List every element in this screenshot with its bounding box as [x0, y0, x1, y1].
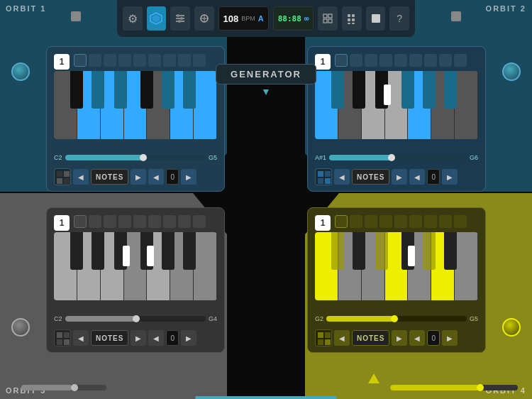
steps-tl	[74, 54, 217, 67]
svg-rect-35	[325, 332, 331, 338]
svg-rect-25	[64, 178, 70, 184]
prev2-btn-br[interactable]: ◀	[409, 330, 425, 346]
svg-rect-20	[352, 23, 355, 24]
svg-rect-22	[57, 171, 62, 177]
next2-btn-tl[interactable]: ▶	[181, 169, 196, 185]
range-low-tl: C2	[54, 154, 62, 161]
next-btn-tl[interactable]: ▶	[131, 169, 146, 185]
notes-btn-bl[interactable]: NOTES	[91, 330, 128, 346]
bottom-slider-right[interactable]	[390, 385, 518, 390]
next-btn-br[interactable]: ▶	[392, 330, 407, 346]
val-tr: 0	[427, 169, 440, 185]
svg-rect-29	[325, 178, 331, 184]
controls-tl: ◀ NOTES ▶ ◀ 0 ▶	[54, 168, 217, 185]
grid-button[interactable]	[318, 6, 338, 31]
mixer-button[interactable]	[170, 6, 190, 31]
svg-rect-11	[323, 14, 327, 18]
svg-marker-1	[153, 15, 160, 22]
svg-rect-15	[348, 14, 350, 17]
orbit-label-tl: ORBIT 1	[6, 4, 46, 13]
keyboard-tl[interactable]	[54, 71, 217, 139]
range-low-tr: A#1	[315, 154, 326, 161]
slider-br[interactable]: G2 G5	[315, 311, 478, 327]
svg-rect-24	[57, 178, 62, 184]
right-knob-top[interactable]	[502, 62, 521, 81]
notes-btn-tr[interactable]: NOTES	[352, 169, 389, 185]
left-knob-bot[interactable]	[11, 318, 30, 337]
prev-btn-br[interactable]: ◀	[334, 330, 350, 346]
val-tl: 0	[166, 169, 179, 185]
svg-rect-12	[328, 14, 332, 18]
prev2-btn-tl[interactable]: ◀	[148, 169, 164, 185]
svg-rect-18	[352, 18, 355, 21]
svg-rect-36	[318, 339, 323, 345]
svg-rect-26	[318, 171, 323, 177]
mixer-icon	[174, 13, 186, 24]
prev2-btn-tr[interactable]: ◀	[409, 169, 425, 185]
generator-box: GENERATOR	[216, 64, 316, 84]
pattern-btn-tr[interactable]	[315, 168, 332, 185]
orbit-label-tr: ORBIT 2	[486, 4, 526, 13]
bottom-scrollbar[interactable]	[195, 396, 337, 399]
next2-btn-bl[interactable]: ▶	[181, 330, 196, 346]
synth-button[interactable]	[194, 6, 214, 31]
prev-btn-tl[interactable]: ◀	[73, 169, 89, 185]
prev-btn-bl[interactable]: ◀	[73, 330, 89, 346]
slider-bl[interactable]: C2 G4	[54, 311, 217, 327]
slider-tl[interactable]: C2 G5	[54, 150, 217, 165]
next2-btn-tr[interactable]: ▶	[442, 169, 458, 185]
triangle-br	[368, 373, 379, 383]
svg-rect-23	[64, 171, 70, 177]
help-button[interactable]: ?	[389, 6, 409, 31]
notes-btn-br[interactable]: NOTES	[352, 330, 389, 346]
panel-bl: 1 C2	[46, 207, 225, 353]
infinity-icon: ∞	[304, 14, 309, 23]
pattern-btn-bl[interactable]	[54, 329, 71, 346]
svg-rect-19	[348, 23, 350, 24]
pattern-btn-tl[interactable]	[54, 168, 71, 185]
val-bl: 0	[166, 330, 179, 346]
logo-icon	[150, 12, 162, 25]
bpm-unit: BPM	[241, 15, 255, 22]
svg-rect-32	[57, 339, 62, 345]
settings-button[interactable]: ⚙	[123, 6, 143, 31]
svg-rect-17	[348, 18, 350, 21]
controls-bl: ◀ NOTES ▶ ◀ 0 ▶	[54, 329, 217, 346]
keyboard-bl[interactable]	[54, 232, 217, 300]
stop-button[interactable]	[366, 6, 386, 31]
svg-rect-28	[318, 178, 323, 184]
svg-rect-14	[328, 19, 332, 23]
right-knob-bot[interactable]	[502, 318, 521, 337]
range-high-br: G5	[470, 315, 478, 322]
range-high-tl: G5	[209, 154, 217, 161]
steps-br	[335, 215, 478, 228]
svg-rect-30	[57, 332, 62, 338]
dots-button[interactable]	[342, 6, 362, 31]
next-btn-bl[interactable]: ▶	[131, 330, 146, 346]
controls-br: ◀ NOTES ▶ ◀ 0 ▶	[315, 329, 478, 346]
bottom-slider-left[interactable]	[21, 385, 106, 390]
logo-button[interactable]	[147, 6, 167, 31]
dots-icon	[346, 13, 358, 24]
notes-btn-tl[interactable]: NOTES	[91, 169, 128, 185]
next-btn-tr[interactable]: ▶	[392, 169, 407, 185]
left-knob-top[interactable]	[11, 62, 30, 81]
panel-tl-num: 1	[54, 54, 70, 70]
panel-tl: 1 C2	[46, 46, 225, 192]
top-bar: ⚙ 108 BPM A 88:88 ∞	[117, 0, 415, 37]
prev2-btn-bl[interactable]: ◀	[148, 330, 164, 346]
prev-btn-tr[interactable]: ◀	[334, 169, 350, 185]
svg-point-7	[178, 20, 181, 23]
keyboard-br[interactable]	[315, 232, 478, 300]
grid-icon	[322, 13, 333, 24]
keyboard-tr[interactable]	[315, 71, 478, 139]
svg-rect-37	[325, 339, 331, 345]
slider-tr[interactable]: A#1 G6	[315, 150, 478, 165]
svg-rect-13	[323, 19, 327, 23]
next2-btn-br[interactable]: ▶	[442, 330, 458, 346]
range-high-tr: G6	[470, 154, 478, 161]
steps-tr	[335, 54, 478, 67]
synth-icon	[199, 13, 210, 24]
pattern-btn-br[interactable]	[315, 329, 332, 346]
generator-arrow: ▼	[216, 86, 316, 97]
